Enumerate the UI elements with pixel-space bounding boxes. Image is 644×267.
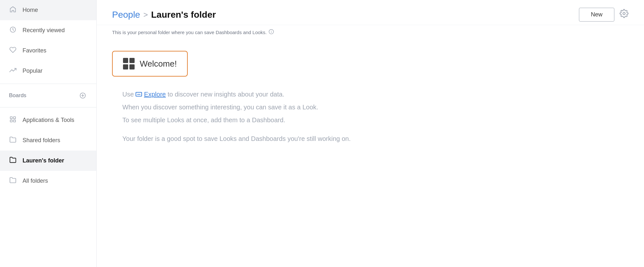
main-subtitle: This is your personal folder where you c… bbox=[97, 25, 644, 35]
home-icon bbox=[9, 6, 17, 14]
header-actions: New bbox=[579, 8, 629, 22]
svg-rect-5 bbox=[14, 117, 15, 119]
trending-icon bbox=[9, 67, 17, 75]
breadcrumb-current: Lauren's folder bbox=[151, 10, 216, 20]
sidebar-item-home[interactable]: Home bbox=[0, 0, 96, 20]
gear-icon[interactable] bbox=[620, 9, 629, 20]
folder-info-line: Your folder is a good spot to save Looks… bbox=[122, 134, 629, 143]
sidebar-item-applications-tools[interactable]: Applications & Tools bbox=[0, 110, 96, 130]
sidebar-item-shared-folders[interactable]: Shared folders bbox=[0, 130, 96, 151]
all-folders-icon bbox=[9, 177, 17, 185]
svg-rect-7 bbox=[14, 120, 15, 122]
explore-prefix: Use bbox=[122, 91, 136, 98]
sidebar-item-laurens-folder-label: Lauren's folder bbox=[23, 157, 64, 164]
info-lines: Use Explore to discover new insights abo… bbox=[112, 89, 629, 143]
explore-icon bbox=[136, 92, 142, 97]
sidebar-item-recently-viewed-label: Recently viewed bbox=[23, 27, 65, 34]
sidebar-divider-1 bbox=[0, 84, 96, 84]
boards-section-header: Boards bbox=[0, 87, 96, 105]
dashboard-info-line: To see multiple Looks at once, add them … bbox=[122, 115, 629, 125]
explore-link[interactable]: Explore bbox=[136, 89, 166, 99]
explore-suffix: to discover new insights about your data… bbox=[168, 91, 284, 98]
grid-icon bbox=[9, 116, 17, 124]
welcome-grid-icon bbox=[123, 58, 135, 69]
breadcrumb: People > Lauren's folder bbox=[112, 10, 216, 20]
sidebar-item-applications-tools-label: Applications & Tools bbox=[23, 117, 74, 124]
subtitle-text: This is your personal folder where you c… bbox=[112, 30, 267, 35]
sidebar-item-all-folders-label: All folders bbox=[23, 178, 48, 184]
svg-point-8 bbox=[623, 13, 625, 15]
sidebar-item-popular-label: Popular bbox=[23, 68, 43, 74]
add-board-button[interactable] bbox=[78, 91, 87, 100]
main-header: People > Lauren's folder New bbox=[97, 0, 644, 25]
dashboard-info-text: To see multiple Looks at once, add them … bbox=[122, 116, 285, 124]
sidebar-item-all-folders[interactable]: All folders bbox=[0, 171, 96, 191]
info-icon[interactable] bbox=[269, 29, 274, 35]
breadcrumb-people[interactable]: People bbox=[112, 10, 140, 20]
explore-link-label: Explore bbox=[144, 89, 166, 99]
sidebar-item-favorites[interactable]: Favorites bbox=[0, 41, 96, 61]
heart-icon bbox=[9, 46, 17, 55]
main-content: Welcome! Use Explore to discover new ins… bbox=[97, 35, 644, 154]
shared-folder-icon bbox=[9, 136, 17, 145]
sidebar-item-favorites-label: Favorites bbox=[23, 47, 46, 54]
main-content-area: People > Lauren's folder New This is you… bbox=[97, 0, 644, 267]
welcome-card: Welcome! bbox=[112, 51, 188, 77]
sidebar-item-laurens-folder[interactable]: Lauren's folder bbox=[0, 151, 96, 171]
look-info-text: When you discover something interesting,… bbox=[122, 104, 318, 111]
sidebar-item-shared-folders-label: Shared folders bbox=[23, 137, 60, 144]
explore-info-line: Use Explore to discover new insights abo… bbox=[122, 89, 629, 99]
folder-info-text: Your folder is a good spot to save Looks… bbox=[122, 135, 351, 142]
sidebar: Home Recently viewed Favorites Popular bbox=[0, 0, 97, 267]
look-info-line: When you discover something interesting,… bbox=[122, 102, 629, 112]
sidebar-item-home-label: Home bbox=[23, 7, 38, 14]
svg-rect-6 bbox=[10, 120, 12, 122]
welcome-title: Welcome! bbox=[140, 59, 177, 69]
new-button[interactable]: New bbox=[579, 8, 614, 22]
clock-icon bbox=[9, 26, 17, 35]
sidebar-divider-2 bbox=[0, 107, 96, 107]
sidebar-item-recently-viewed[interactable]: Recently viewed bbox=[0, 20, 96, 41]
boards-label: Boards bbox=[9, 92, 26, 99]
sidebar-item-popular[interactable]: Popular bbox=[0, 61, 96, 81]
breadcrumb-separator: > bbox=[143, 10, 148, 19]
laurens-folder-icon bbox=[9, 156, 17, 165]
svg-rect-4 bbox=[10, 117, 12, 119]
